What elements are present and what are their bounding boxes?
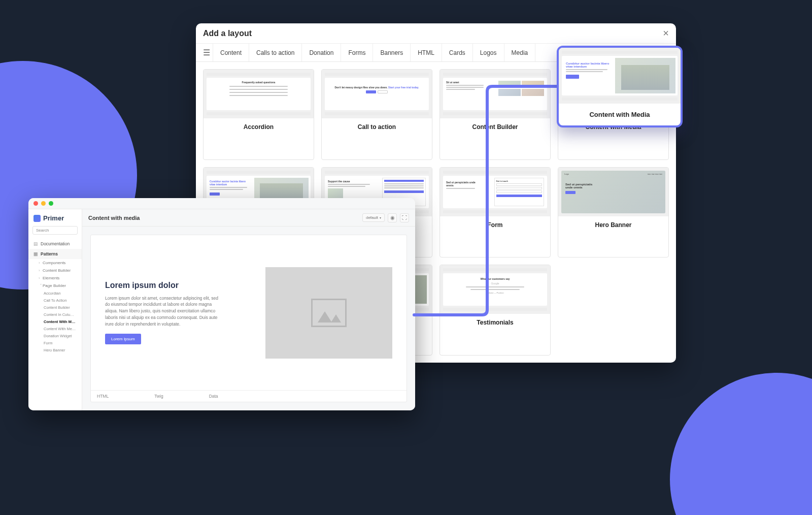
- traffic-minimize-icon[interactable]: [41, 201, 46, 206]
- tab-cards[interactable]: Cards: [442, 44, 473, 61]
- nav-pb-content-with-media[interactable]: Content With Media: [28, 318, 82, 325]
- nav-components[interactable]: ›Components: [28, 259, 82, 267]
- tab-donation[interactable]: Donation: [302, 44, 341, 61]
- content-pane: Content with media default ▾ ◉ ⛶ Lorem i…: [82, 209, 415, 410]
- layout-label: Form: [440, 216, 550, 234]
- close-icon[interactable]: ×: [663, 27, 669, 39]
- nav-pb-content-in-columns[interactable]: Content In Columns: [28, 311, 82, 318]
- search-placeholder: Search: [36, 228, 49, 233]
- layout-thumb: Frequently asked questions: [204, 70, 314, 118]
- tab-forms[interactable]: Forms: [341, 44, 373, 61]
- content-header: Content with media default ▾ ◉ ⛶: [82, 209, 415, 227]
- chevron-down-icon: ▾: [380, 216, 381, 219]
- search-input[interactable]: Search: [32, 226, 78, 235]
- layout-thumb: Sit ut amet: [440, 70, 550, 118]
- primer-window: Primer Search ▤ Documentation ▦ Patterns…: [28, 198, 415, 410]
- layout-card-hero-banner[interactable]: Sed ut perspiciatisunde omnis Logonav na…: [558, 167, 669, 258]
- grid-icon: ▦: [33, 251, 38, 256]
- preview-image-placeholder: [265, 267, 392, 359]
- code-tab-twig[interactable]: Twig: [154, 394, 163, 399]
- tab-media[interactable]: Media: [504, 44, 536, 61]
- nav-pb-content-builder[interactable]: Content Builder: [28, 304, 82, 311]
- tab-banners[interactable]: Banners: [373, 44, 411, 61]
- nav-pb-form[interactable]: Form: [28, 339, 82, 346]
- sidebar: Primer Search ▤ Documentation ▦ Patterns…: [28, 209, 82, 410]
- tab-logos[interactable]: Logos: [473, 44, 504, 61]
- nav-pb-hero-banner[interactable]: Hero Banner: [28, 346, 82, 353]
- preview-heading: Lorem ipsum dolor: [105, 281, 250, 290]
- brand[interactable]: Primer: [28, 209, 82, 226]
- document-icon: ▤: [33, 241, 38, 246]
- visibility-icon[interactable]: ◉: [388, 213, 397, 222]
- layout-label: Call to action: [322, 118, 432, 136]
- traffic-close-icon[interactable]: [33, 201, 38, 206]
- nav-elements[interactable]: ›Elements: [28, 274, 82, 282]
- expand-icon[interactable]: ⛶: [400, 213, 409, 222]
- nav-pb-donation-widget[interactable]: Donation Widget: [28, 332, 82, 339]
- layout-label: Accordion: [204, 118, 314, 136]
- layout-card-accordion[interactable]: Frequently asked questions Accordion: [203, 69, 314, 160]
- brand-name: Primer: [43, 214, 64, 222]
- nav-documentation[interactable]: ▤ Documentation: [28, 239, 82, 249]
- code-tab-data[interactable]: Data: [209, 394, 218, 399]
- nav-page-builder[interactable]: ›Page Builder: [28, 282, 82, 289]
- layout-label: Content with Media: [559, 104, 681, 125]
- variant-select[interactable]: default ▾: [362, 213, 385, 222]
- traffic-maximize-icon[interactable]: [49, 201, 53, 206]
- hamburger-icon[interactable]: ☰: [200, 44, 213, 61]
- code-tab-html[interactable]: HTML: [97, 394, 109, 399]
- tab-content[interactable]: Content: [213, 44, 249, 61]
- modal-title: Add a layout: [203, 29, 252, 38]
- layout-thumb: Curabitur auctor lacinia libero vitae in…: [559, 48, 681, 104]
- brand-logo-icon: [33, 215, 41, 222]
- nav-pb-content-with-media-ban[interactable]: Content With Media Ban...: [28, 325, 82, 332]
- layout-thumb: What our customers say Google ● Name — P…: [440, 265, 550, 314]
- layout-label: Content Builder: [440, 118, 550, 136]
- modal-header: Add a layout ×: [196, 23, 676, 44]
- layout-thumb: Sed ut perspiciatis unde omnis Get in to…: [440, 168, 550, 216]
- nav-pb-accordian[interactable]: Accordian: [28, 289, 82, 297]
- pattern-preview: Lorem ipsum dolor Lorem ipsum dolor sit …: [91, 235, 407, 390]
- page-title: Content with media: [88, 215, 140, 221]
- layout-card-content-with-media-highlight[interactable]: Curabitur auctor lacinia libero vitae in…: [557, 46, 683, 127]
- layout-thumb: Don't let messy design files slow you do…: [322, 70, 432, 118]
- preview-body: Lorem ipsum dolor sit amet, consectetur …: [105, 295, 222, 328]
- bg-decoration-right: [670, 373, 812, 515]
- layout-card-content-builder[interactable]: Sit ut amet Content Builder: [439, 69, 551, 160]
- tab-html[interactable]: HTML: [411, 44, 442, 61]
- tab-calls-to-action[interactable]: Calls to action: [249, 44, 302, 61]
- image-icon: [311, 299, 347, 327]
- layout-card-form[interactable]: Sed ut perspiciatis unde omnis Get in to…: [439, 167, 551, 258]
- content-tools: default ▾ ◉ ⛶: [362, 213, 409, 222]
- preview-canvas: Lorem ipsum dolor Lorem ipsum dolor sit …: [90, 235, 407, 402]
- layout-label: Hero Banner: [558, 216, 668, 234]
- code-tabs: HTML Twig Data: [91, 390, 407, 402]
- preview-button[interactable]: Lorem Ipsum: [105, 334, 141, 344]
- layout-card-testimonials[interactable]: What our customers say Google ● Name — P…: [439, 265, 551, 356]
- layout-label: Testimonials: [440, 314, 550, 331]
- layout-thumb: Sed ut perspiciatisunde omnis Logonav na…: [558, 168, 668, 216]
- layout-card-call-to-action[interactable]: Don't let messy design files slow you do…: [321, 69, 432, 160]
- nav-pb-call-to-action[interactable]: Call To Action: [28, 297, 82, 304]
- nav-patterns[interactable]: ▦ Patterns: [28, 249, 82, 259]
- window-chrome: [28, 198, 415, 209]
- nav-content-builder[interactable]: ›Content Builder: [28, 267, 82, 274]
